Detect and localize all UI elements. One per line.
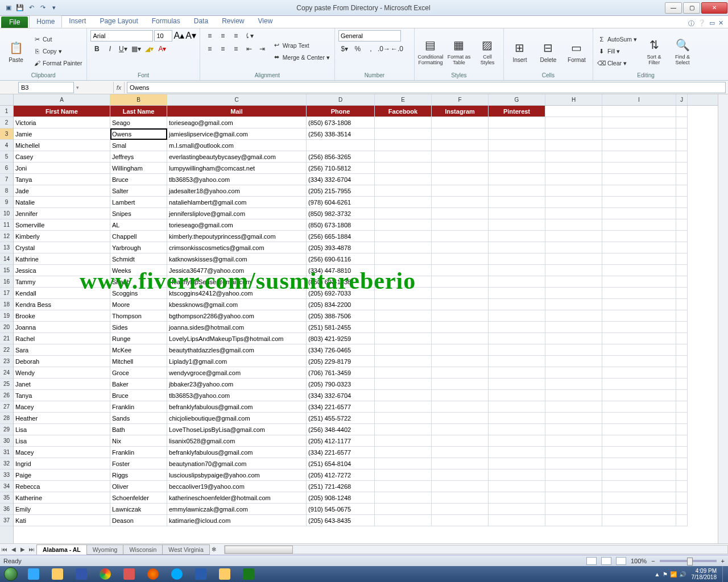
cell[interactable]: Tanya — [14, 390, 110, 401]
cell[interactable] — [602, 435, 676, 447]
cell[interactable] — [545, 515, 602, 526]
cell[interactable]: HealthyLipSense@gmail.com — [167, 276, 307, 288]
cell[interactable] — [375, 128, 432, 140]
cell[interactable] — [432, 333, 489, 344]
cell[interactable] — [545, 276, 602, 288]
comma-icon[interactable]: , — [365, 43, 377, 55]
taskbar-firefox[interactable] — [142, 567, 164, 581]
cell[interactable] — [545, 208, 602, 219]
cell[interactable] — [432, 458, 489, 469]
cell[interactable] — [432, 310, 489, 322]
cell[interactable]: Kendall — [14, 288, 110, 299]
cell[interactable] — [489, 174, 545, 185]
cell[interactable] — [432, 265, 489, 276]
cell[interactable]: Somerville — [14, 219, 110, 231]
cell[interactable]: Katherine — [14, 492, 110, 504]
cell[interactable] — [545, 390, 602, 401]
row-header[interactable]: 21 — [0, 333, 13, 344]
cell[interactable]: Oliver — [110, 481, 167, 492]
currency-icon[interactable]: $▾ — [338, 43, 351, 55]
row-header[interactable]: 22 — [0, 344, 13, 356]
cell[interactable] — [545, 322, 602, 333]
cell[interactable]: Nix — [110, 435, 167, 447]
cell[interactable]: Thompson — [110, 310, 167, 322]
italic-button[interactable]: I — [104, 43, 116, 55]
cell[interactable] — [676, 401, 688, 413]
cell[interactable] — [489, 492, 545, 504]
cell[interactable] — [545, 242, 602, 253]
cell[interactable] — [676, 379, 688, 390]
cell[interactable] — [432, 322, 489, 333]
row-header[interactable]: 10 — [0, 208, 13, 219]
cell[interactable] — [489, 117, 545, 128]
cell-styles-button[interactable]: ▨Cell Styles — [475, 30, 500, 72]
row-header[interactable]: 12 — [0, 231, 13, 242]
cell[interactable]: tlb36853@yahoo.com — [167, 390, 307, 401]
col-header-D[interactable]: D — [307, 94, 375, 105]
show-desktop-button[interactable] — [722, 566, 727, 582]
cell[interactable] — [545, 504, 602, 515]
cell[interactable] — [432, 379, 489, 390]
cell[interactable] — [676, 344, 688, 356]
cell[interactable] — [489, 288, 545, 299]
cell[interactable] — [545, 492, 602, 504]
cell[interactable] — [602, 151, 676, 163]
cell[interactable] — [432, 140, 489, 151]
cell[interactable] — [602, 322, 676, 333]
cell[interactable] — [432, 219, 489, 231]
cell[interactable]: (803) 421-9259 — [307, 333, 375, 344]
cell[interactable]: (205) 229-8179 — [307, 356, 375, 367]
cell[interactable] — [375, 356, 432, 367]
cell[interactable] — [602, 265, 676, 276]
cell[interactable]: wendyvgroce@gmail.com — [167, 367, 307, 379]
cell[interactable] — [375, 344, 432, 356]
cell[interactable] — [602, 197, 676, 208]
cell[interactable]: Jamie — [14, 128, 110, 140]
row-header[interactable]: 11 — [0, 219, 13, 231]
cell[interactable]: Tammy — [14, 276, 110, 288]
cell[interactable] — [489, 197, 545, 208]
cell[interactable]: Schmidt — [110, 253, 167, 265]
cell[interactable] — [676, 197, 688, 208]
row-header[interactable]: 5 — [0, 151, 13, 163]
fx-label[interactable]: fx — [113, 82, 125, 93]
cell[interactable] — [676, 231, 688, 242]
cell[interactable]: (334) 221-6577 — [307, 447, 375, 458]
cell[interactable] — [489, 413, 545, 424]
row-header[interactable]: 9 — [0, 197, 13, 208]
delete-cells-button[interactable]: ⊟Delete — [536, 30, 561, 72]
indent-inc-icon[interactable]: ⇥ — [256, 43, 268, 55]
cell[interactable] — [489, 515, 545, 526]
cell[interactable] — [676, 447, 688, 458]
cell[interactable] — [432, 253, 489, 265]
cell[interactable]: Jessica36477@yahoo.com — [167, 265, 307, 276]
cell[interactable] — [602, 310, 676, 322]
cell[interactable] — [375, 458, 432, 469]
cell[interactable]: jennifersliplove@gmail.com — [167, 208, 307, 219]
cell[interactable] — [375, 310, 432, 322]
cell[interactable] — [489, 128, 545, 140]
cell[interactable]: Franklin — [110, 401, 167, 413]
cell[interactable]: (910) 545-0675 — [307, 504, 375, 515]
cell[interactable]: Kimberly — [14, 231, 110, 242]
cell[interactable]: Natalie — [14, 197, 110, 208]
scrollbar-thumb[interactable] — [225, 546, 293, 554]
cell[interactable] — [489, 424, 545, 435]
cell[interactable] — [676, 413, 688, 424]
cell[interactable]: Joni — [14, 163, 110, 174]
cell[interactable]: (256) 856-3265 — [307, 151, 375, 163]
cell[interactable] — [489, 469, 545, 481]
taskbar-app1[interactable] — [118, 567, 140, 581]
zoom-out-icon[interactable]: − — [651, 558, 655, 564]
cell[interactable]: jadesalter18@yahoo.com — [167, 185, 307, 197]
cell[interactable] — [489, 504, 545, 515]
row-header[interactable]: 15 — [0, 265, 13, 276]
cell[interactable] — [545, 435, 602, 447]
row-header[interactable]: 29 — [0, 424, 13, 435]
row-header[interactable]: 3 — [0, 128, 13, 140]
row-header[interactable]: 1 — [0, 106, 13, 117]
cell[interactable] — [375, 401, 432, 413]
cell[interactable] — [432, 128, 489, 140]
cell[interactable] — [489, 140, 545, 151]
cell[interactable] — [432, 174, 489, 185]
